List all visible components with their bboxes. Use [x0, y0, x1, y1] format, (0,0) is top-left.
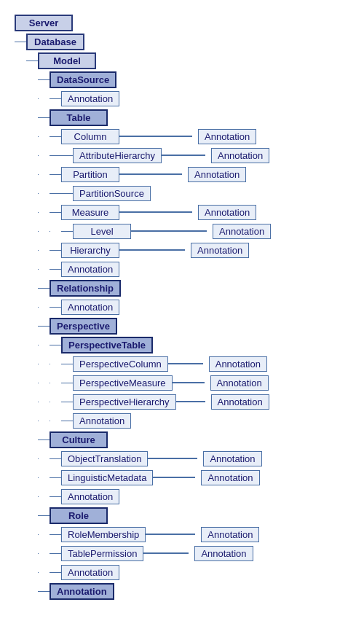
perspective-row: Perspective	[3, 316, 361, 335]
relationship-node[interactable]: Relationship	[50, 280, 121, 297]
model-node[interactable]: Model	[38, 52, 96, 69]
annotation-culture-node[interactable]: Annotation	[61, 489, 119, 504]
annotation-hierarchy-node[interactable]: Annotation	[191, 243, 249, 258]
annotation-datasource-row: Annotation	[3, 89, 361, 108]
hierarchy-node[interactable]: Hierarchy	[61, 243, 119, 258]
server-node[interactable]: Server	[15, 15, 73, 31]
linguisticmetadata-node[interactable]: LinguisticMetadata	[61, 470, 153, 485]
perspectivemeasure-row: PerspectiveMeasure Annotation	[3, 373, 361, 392]
annotation-partition-node[interactable]: Annotation	[188, 167, 246, 182]
column-node[interactable]: Column	[61, 129, 119, 144]
annotation-model-node[interactable]: Annotation	[50, 583, 114, 600]
annotation-perspectivetable-node[interactable]: Annotation	[73, 413, 131, 429]
database-node[interactable]: Database	[26, 34, 84, 50]
annotation-datasource-node[interactable]: Annotation	[61, 91, 119, 106]
perspectivetable-row: PerspectiveTable	[3, 335, 361, 354]
annotation-relationship-node[interactable]: Annotation	[61, 300, 119, 315]
culture-row: Culture	[3, 430, 361, 449]
annotation-perspectivemeasure-node[interactable]: Annotation	[210, 375, 269, 391]
model-row: Model	[3, 51, 361, 70]
annotation-perspectivetable-row: Annotation	[3, 411, 361, 430]
annotation-objecttranslation-node[interactable]: Annotation	[203, 451, 261, 466]
table-row: Table	[3, 108, 361, 127]
table-node[interactable]: Table	[50, 109, 108, 126]
diagram-container: Server Database Model	[0, 7, 364, 606]
attributehierarchy-node[interactable]: AttributeHierarchy	[73, 148, 162, 163]
annotation-relationship-row: Annotation	[3, 297, 361, 316]
attributehierarchy-row: AttributeHierarchy Annotation	[3, 146, 361, 165]
annotation-table-row: Annotation	[3, 259, 361, 278]
datasource-node[interactable]: DataSource	[50, 71, 116, 88]
annotation-perspectivecolumn-node[interactable]: Annotation	[209, 356, 267, 372]
perspectivehierarchy-node[interactable]: PerspectiveHierarchy	[73, 394, 176, 410]
relationship-row: Relationship	[3, 278, 361, 297]
perspective-node[interactable]: Perspective	[50, 318, 117, 335]
partition-node[interactable]: Partition	[61, 167, 119, 182]
measure-row: Measure Annotation	[3, 203, 361, 222]
column-row: Column Annotation	[3, 127, 361, 146]
database-row: Database	[3, 32, 361, 51]
level-node[interactable]: Level	[73, 224, 131, 239]
datasource-row: DataSource	[3, 70, 361, 89]
hierarchy-row: Hierarchy Annotation	[3, 241, 361, 259]
perspectivecolumn-node[interactable]: PerspectiveColumn	[73, 356, 168, 372]
partition-row: Partition Annotation	[3, 165, 361, 184]
annotation-role-row: Annotation	[3, 563, 361, 582]
rolemembership-node[interactable]: RoleMembership	[61, 527, 146, 542]
role-row: Role	[3, 506, 361, 525]
annotation-linguisticmetadata-node[interactable]: Annotation	[201, 470, 259, 485]
perspectivemeasure-node[interactable]: PerspectiveMeasure	[73, 375, 173, 391]
annotation-model-row: Annotation	[3, 582, 361, 601]
annotation-attributehierarchy-node[interactable]: Annotation	[211, 148, 269, 163]
measure-node[interactable]: Measure	[61, 205, 119, 220]
culture-node[interactable]: Culture	[50, 431, 108, 448]
perspectivecolumn-row: PerspectiveColumn Annotation	[3, 354, 361, 373]
annotation-column-node[interactable]: Annotation	[198, 129, 256, 144]
annotation-rolemembership-node[interactable]: Annotation	[201, 527, 259, 542]
linguisticmetadata-row: LinguisticMetadata Annotation	[3, 468, 361, 487]
annotation-tablepermission-node[interactable]: Annotation	[194, 546, 253, 561]
objecttranslation-row: ObjectTranslation Annotation	[3, 449, 361, 468]
objecttranslation-node[interactable]: ObjectTranslation	[61, 451, 148, 466]
role-node[interactable]: Role	[50, 507, 108, 524]
annotation-table-node[interactable]: Annotation	[61, 262, 119, 277]
annotation-perspectivehierarchy-node[interactable]: Annotation	[211, 394, 269, 410]
annotation-role-node[interactable]: Annotation	[61, 565, 119, 580]
rolemembership-row: RoleMembership Annotation	[3, 525, 361, 544]
perspectivetable-node[interactable]: PerspectiveTable	[61, 337, 153, 353]
tablepermission-row: TablePermission Annotation	[3, 544, 361, 563]
annotation-measure-node[interactable]: Annotation	[198, 205, 256, 220]
tablepermission-node[interactable]: TablePermission	[61, 546, 143, 561]
annotation-level-node[interactable]: Annotation	[213, 224, 271, 239]
partitionsource-row: PartitionSource	[3, 184, 361, 203]
level-row: Level Annotation	[3, 222, 361, 241]
annotation-culture-row: Annotation	[3, 487, 361, 506]
partitionsource-node[interactable]: PartitionSource	[73, 186, 151, 201]
server-row: Server	[3, 13, 361, 32]
perspectivehierarchy-row: PerspectiveHierarchy Annotation	[3, 392, 361, 411]
